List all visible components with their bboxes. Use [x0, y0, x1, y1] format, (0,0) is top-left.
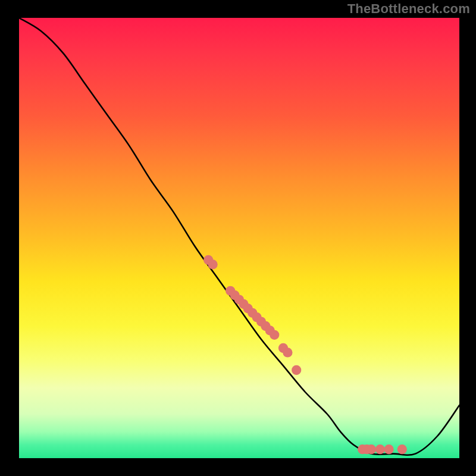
chart-svg [19, 18, 459, 458]
data-point [208, 259, 217, 269]
scatter-dots [203, 255, 407, 454]
data-point [283, 347, 292, 357]
data-point [375, 444, 385, 454]
data-point [292, 365, 301, 375]
plot-area [19, 18, 459, 458]
chart-canvas: TheBottleneck.com [0, 0, 476, 476]
curve-line [19, 18, 459, 455]
data-point [367, 444, 376, 454]
data-point [270, 330, 279, 340]
data-point [384, 444, 393, 454]
data-point [397, 444, 407, 454]
watermark: TheBottleneck.com [347, 1, 470, 17]
